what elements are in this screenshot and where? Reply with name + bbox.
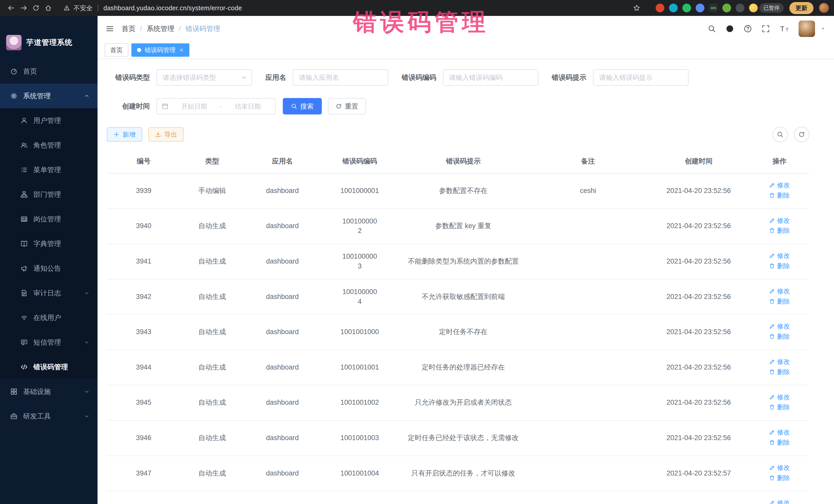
cell-operations: 修改删除 — [750, 279, 809, 314]
edit-link[interactable]: 修改 — [769, 251, 790, 260]
extension-green-check-icon[interactable] — [682, 4, 691, 12]
tab-error-code[interactable]: 错误码管理 — [131, 43, 190, 57]
bookmark-star-icon[interactable] — [633, 4, 640, 12]
sidebar-item-depts[interactable]: 部门管理 — [0, 182, 97, 207]
cell-app: dashboard — [244, 244, 321, 279]
sidebar-item-dicts[interactable]: 字典管理 — [0, 232, 97, 256]
delete-link[interactable]: 删除 — [769, 403, 790, 412]
add-button[interactable]: 新增 — [107, 127, 142, 141]
extension-pin-icon[interactable] — [736, 4, 744, 12]
grid-icon — [10, 388, 18, 395]
sidebar-item-error-code[interactable]: 错误码管理 — [0, 355, 97, 379]
edit-link[interactable]: 修改 — [769, 498, 790, 504]
trash-icon — [769, 404, 775, 410]
tag-view-bar: 首页错误码管理 — [97, 42, 834, 59]
delete-link[interactable]: 删除 — [769, 368, 790, 376]
org-tree-icon — [21, 191, 28, 198]
date-range-picker[interactable]: 开始日期 - 结束日期 — [156, 98, 276, 114]
cell-time: 2021-04-20 23:52:56 — [648, 314, 750, 350]
error-code-input[interactable] — [443, 69, 539, 86]
delete-link[interactable]: 删除 — [769, 332, 790, 341]
delete-link[interactable]: 删除 — [769, 226, 790, 235]
extension-on-icon[interactable]: on — [709, 4, 718, 12]
sidebar-item-infra[interactable]: 基础设施 — [0, 379, 97, 404]
cell-type: 自动生成 — [180, 209, 243, 244]
address-bar[interactable]: 不安全 dashboard.yudao.iocoder.cn/system/er… — [59, 2, 645, 14]
cell-msg: 参数配置 key 重复 — [398, 209, 528, 244]
sidebar-item-menus[interactable]: 菜单管理 — [0, 158, 97, 182]
extension-leaf-icon[interactable] — [722, 4, 731, 12]
browser-forward-icon[interactable] — [18, 2, 30, 14]
toggle-search-button[interactable] — [772, 127, 788, 142]
extension-people-icon[interactable] — [696, 4, 704, 12]
cell-id: 3942 — [107, 279, 180, 314]
edit-link[interactable]: 修改 — [769, 428, 790, 437]
export-button[interactable]: 导出 — [148, 127, 184, 141]
browser-home-icon[interactable] — [42, 2, 54, 14]
sidebar-item-audit-log[interactable]: 审计日志 — [0, 281, 97, 305]
cell-memo — [528, 209, 648, 244]
cell-time: 2021-04-20 23:52:56 — [648, 209, 750, 244]
app-logo[interactable]: 芋道管理系统 — [0, 16, 97, 59]
edit-link[interactable]: 修改 — [769, 287, 790, 295]
sidebar-item-dev-tools[interactable]: 研发工具 — [0, 404, 97, 429]
trash-icon — [769, 299, 775, 304]
help-icon[interactable] — [744, 25, 752, 33]
cell-type: 自动生成 — [180, 350, 243, 385]
browser-profile-avatar[interactable] — [819, 3, 829, 13]
browser-update-button[interactable]: 更新 — [789, 2, 813, 14]
error-hint-input[interactable] — [593, 69, 688, 86]
error-type-select[interactable]: 请选择错误码类型 — [156, 69, 252, 86]
user-avatar[interactable] — [798, 21, 815, 37]
font-size-icon[interactable]: TT — [780, 24, 789, 34]
reset-button[interactable]: 重置 — [328, 98, 366, 114]
table-row: 3944自动生成dashboard1001001001定时任务的处理器已经存在2… — [107, 350, 809, 385]
extension-teal-icon[interactable] — [669, 4, 678, 12]
avatar-caret-icon[interactable] — [820, 26, 826, 31]
edit-link[interactable]: 修改 — [769, 216, 790, 225]
delete-link[interactable]: 删除 — [769, 191, 790, 200]
cell-memo — [528, 279, 648, 314]
browser-reload-icon[interactable] — [30, 2, 42, 14]
paused-badge[interactable]: 已暂停 — [759, 3, 784, 13]
edit-link[interactable]: 修改 — [769, 393, 790, 401]
sidebar-item-online-users[interactable]: 在线用户 — [0, 305, 97, 330]
fullscreen-icon[interactable] — [762, 25, 770, 33]
extension-paused-icon[interactable] — [749, 4, 758, 12]
dashboard-icon — [10, 68, 18, 75]
sidebar-item-home[interactable]: 首页 — [0, 59, 97, 84]
sidebar-item-posts[interactable]: 岗位管理 — [0, 207, 97, 232]
cell-time: 2021-04-20 23:52:56 — [648, 173, 750, 209]
sidebar-item-system[interactable]: 系统管理 — [0, 84, 97, 108]
github-icon[interactable] — [726, 25, 734, 33]
extension-red-icon[interactable] — [656, 4, 664, 12]
delete-link[interactable]: 删除 — [769, 262, 790, 270]
plus-icon — [113, 131, 119, 137]
header-search-icon[interactable] — [708, 25, 716, 33]
browser-back-icon[interactable] — [5, 2, 18, 14]
breadcrumb-item[interactable]: 系统管理 — [147, 24, 175, 34]
sidebar-item-roles[interactable]: 角色管理 — [0, 133, 97, 158]
delete-link[interactable]: 删除 — [769, 438, 790, 447]
breadcrumb-item[interactable]: 首页 — [122, 24, 135, 34]
search-button[interactable]: 搜索 — [283, 98, 322, 114]
delete-link[interactable]: 删除 — [769, 297, 790, 306]
tab-home[interactable]: 首页 — [105, 43, 128, 57]
cell-app: dashboard — [244, 314, 321, 350]
sidebar-item-label: 通知公告 — [34, 264, 61, 273]
edit-icon — [769, 288, 775, 294]
sidebar-item-users[interactable]: 用户管理 — [0, 108, 97, 133]
edit-link[interactable]: 修改 — [769, 322, 790, 331]
app-name-input[interactable] — [293, 69, 388, 86]
start-date-placeholder: 开始日期 — [171, 102, 217, 111]
close-icon[interactable] — [179, 48, 184, 52]
edit-link[interactable]: 修改 — [769, 181, 790, 190]
refresh-table-button[interactable] — [794, 127, 809, 142]
delete-link[interactable]: 删除 — [769, 474, 790, 482]
sidebar-item-notices[interactable]: 通知公告 — [0, 256, 97, 281]
sidebar-item-sms[interactable]: 短信管理 — [0, 330, 97, 355]
collapse-sidebar-icon[interactable] — [106, 25, 114, 33]
id-card-icon — [21, 216, 28, 223]
edit-link[interactable]: 修改 — [769, 357, 790, 366]
edit-link[interactable]: 修改 — [769, 463, 790, 472]
